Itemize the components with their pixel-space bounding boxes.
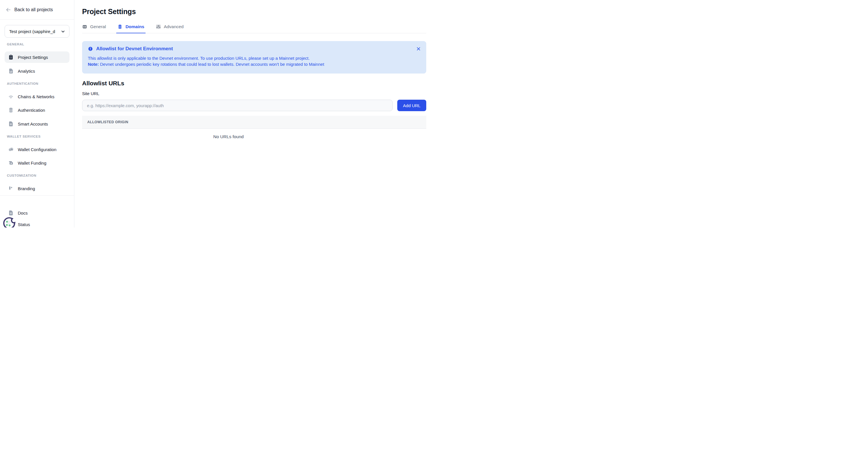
allowlist-table-header: ALLOWLISTED ORIGIN	[82, 116, 426, 129]
sidebar-item-project-settings[interactable]: Project Settings	[5, 51, 69, 63]
arrow-left-icon	[5, 7, 11, 12]
database-icon	[8, 107, 14, 113]
banner-body: This allowlist is only applicable to the…	[88, 55, 421, 67]
project-selector[interactable]: Test project (sapphire_d	[5, 25, 69, 38]
sidebar-footer: Docs Status	[0, 195, 74, 227]
banner-line1: This allowlist is only applicable to the…	[88, 55, 421, 61]
section-label-wallet-services: WALLET SERVICES	[7, 135, 69, 138]
sidebar-item-wallet-funding[interactable]: Wallet Funding	[5, 157, 69, 169]
sliders-icon	[156, 24, 161, 29]
page-title: Project Settings	[82, 7, 426, 16]
tab-bar: General Domains	[82, 24, 426, 33]
document-icon	[8, 210, 14, 216]
back-to-projects-button[interactable]: Back to all projects	[0, 0, 74, 20]
chevron-down-icon	[61, 29, 65, 34]
banner-note: Note: Devnet undergoes periodic key rota…	[88, 61, 421, 67]
sidebar-item-label: Wallet Configuration	[18, 147, 57, 152]
sidebar-item-label: Chains & Networks	[18, 94, 55, 99]
file-chart-icon	[8, 68, 14, 74]
wifi-icon	[8, 94, 14, 99]
banner-title: Allowlist for Devnet Environment	[96, 46, 173, 52]
column-header-allowlisted-origin: ALLOWLISTED ORIGIN	[87, 120, 128, 124]
tab-domains[interactable]: Domains	[117, 24, 144, 33]
cookie-consent-icon[interactable]	[2, 216, 17, 227]
devnet-allowlist-banner: Allowlist for Devnet Environment This al…	[82, 41, 426, 74]
paint-icon	[8, 186, 14, 191]
sidebar-item-authentication[interactable]: Authentication	[5, 104, 69, 116]
wallet-gear-icon	[8, 146, 14, 152]
clipboard-icon	[8, 54, 14, 60]
tab-label: Advanced	[164, 24, 184, 29]
add-url-button[interactable]: Add URL	[397, 100, 426, 111]
sidebar-item-label: Docs	[18, 210, 28, 216]
sidebar-item-label: Authentication	[18, 108, 45, 113]
banner-close-button[interactable]	[415, 46, 422, 52]
sidebar-item-label: Wallet Funding	[18, 161, 46, 166]
table-icon	[82, 24, 87, 29]
database-icon	[117, 24, 123, 29]
sidebar-item-analytics[interactable]: Analytics	[5, 65, 69, 77]
sidebar-item-label: Status	[18, 222, 30, 227]
wallet-cash-icon	[8, 160, 14, 166]
banner-note-text: Devnet undergoes periodic key rotations …	[99, 62, 324, 67]
banner-note-label: Note:	[88, 62, 99, 67]
allowlist-heading: Allowlist URLs	[82, 80, 426, 87]
project-selector-value: Test project (sapphire_d	[9, 29, 55, 34]
sidebar-nav: GENERAL Project Settings Analytics	[0, 38, 74, 195]
section-label-customization: CUSTOMIZATION	[7, 174, 69, 177]
tab-label: Domains	[125, 24, 144, 29]
empty-state-text: No URLs found	[82, 134, 375, 139]
info-circle-icon	[88, 46, 93, 51]
tab-label: General	[90, 24, 106, 29]
section-label-general: GENERAL	[7, 42, 69, 46]
sidebar-item-branding[interactable]: Branding	[5, 183, 69, 194]
site-url-input[interactable]	[82, 100, 393, 111]
sidebar-item-wallet-configuration[interactable]: Wallet Configuration	[5, 144, 69, 155]
sidebar-item-label: Smart Accounts	[18, 121, 48, 126]
sidebar-item-label: Project Settings	[18, 55, 48, 60]
back-label: Back to all projects	[14, 7, 53, 12]
sidebar-item-smart-accounts[interactable]: Smart Accounts	[5, 118, 69, 130]
add-url-row: Add URL	[82, 100, 426, 111]
close-icon	[416, 47, 421, 51]
sidebar-item-label: Branding	[18, 186, 35, 191]
document-icon	[8, 121, 14, 127]
app-window: Back to all projects Test project (sapph…	[0, 0, 434, 227]
sidebar-item-label: Analytics	[18, 69, 35, 74]
sidebar-item-chains-networks[interactable]: Chains & Networks	[5, 91, 69, 102]
tab-advanced[interactable]: Advanced	[156, 24, 184, 33]
tab-general[interactable]: General	[82, 24, 106, 33]
sidebar: Back to all projects Test project (sapph…	[0, 0, 74, 227]
site-url-label: Site URL	[82, 91, 426, 96]
section-label-authentication: AUTHENTICATION	[7, 82, 69, 85]
main-content: Project Settings General	[74, 0, 434, 227]
